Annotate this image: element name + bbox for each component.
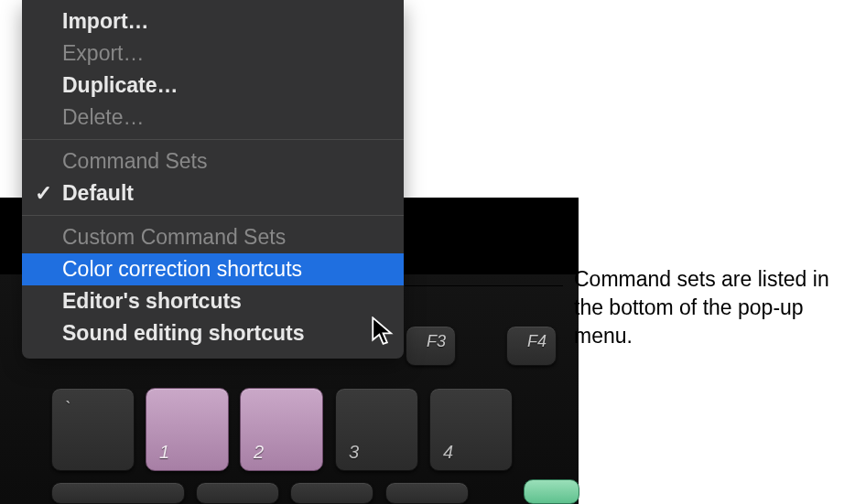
menu-item-delete-label: Delete… bbox=[62, 103, 387, 132]
key-1[interactable]: 1 bbox=[146, 388, 229, 471]
key-row2-fragment-1[interactable] bbox=[51, 482, 185, 504]
key-f4-label: F4 bbox=[527, 332, 547, 351]
key-backtick[interactable]: ` bbox=[51, 388, 135, 471]
key-f4[interactable]: F4 bbox=[506, 326, 557, 366]
command-sets-popup-menu: Import… Export… Duplicate… Delete… Comma… bbox=[22, 0, 404, 359]
key-backtick-label: ` bbox=[65, 398, 71, 419]
menu-item-delete: Delete… bbox=[22, 102, 404, 134]
key-2-label: 2 bbox=[254, 442, 264, 463]
checkmark-icon: ✓ bbox=[35, 179, 62, 208]
menu-item-default[interactable]: ✓ Default bbox=[22, 177, 404, 209]
menu-header-custom-label: Custom Command Sets bbox=[62, 223, 387, 252]
key-row2-fragment-2[interactable] bbox=[196, 482, 279, 504]
annotation-leader-line bbox=[405, 285, 563, 286]
menu-item-custom-0-label: Color correction shortcuts bbox=[62, 255, 387, 284]
key-row2-fragment-3[interactable] bbox=[290, 482, 373, 504]
key-3[interactable]: 3 bbox=[335, 388, 418, 471]
menu-item-import-label: Import… bbox=[62, 7, 387, 36]
menu-item-sound-editing-shortcuts[interactable]: Sound editing shortcuts bbox=[22, 317, 404, 349]
key-row2-fragment-4[interactable] bbox=[385, 482, 469, 504]
key-f3-label: F3 bbox=[427, 332, 446, 351]
key-4[interactable]: 4 bbox=[429, 388, 513, 471]
annotation-text: Command sets are listed in the bottom of… bbox=[574, 265, 849, 350]
key-1-label: 1 bbox=[159, 442, 169, 463]
menu-item-custom-1-label: Editor's shortcuts bbox=[62, 287, 387, 316]
key-4-label: 4 bbox=[443, 442, 453, 463]
menu-item-default-label: Default bbox=[62, 179, 387, 208]
menu-item-editors-shortcuts[interactable]: Editor's shortcuts bbox=[22, 285, 404, 317]
menu-item-export-label: Export… bbox=[62, 39, 387, 68]
menu-separator bbox=[22, 139, 404, 140]
menu-item-duplicate-label: Duplicate… bbox=[62, 71, 387, 100]
menu-item-export: Export… bbox=[22, 38, 404, 70]
key-3-label: 3 bbox=[349, 442, 359, 463]
menu-item-duplicate[interactable]: Duplicate… bbox=[22, 70, 404, 102]
key-f3[interactable]: F3 bbox=[406, 326, 456, 366]
menu-item-custom-2-label: Sound editing shortcuts bbox=[62, 319, 387, 348]
menu-header-command-sets: Command Sets bbox=[22, 145, 404, 177]
key-2[interactable]: 2 bbox=[240, 388, 323, 471]
menu-item-import[interactable]: Import… bbox=[22, 5, 404, 38]
menu-header-command-sets-label: Command Sets bbox=[62, 147, 387, 176]
menu-separator bbox=[22, 215, 404, 216]
menu-item-color-correction-shortcuts[interactable]: Color correction shortcuts bbox=[22, 253, 404, 285]
menu-header-custom-command-sets: Custom Command Sets bbox=[22, 221, 404, 253]
key-green-fragment[interactable] bbox=[524, 479, 579, 504]
